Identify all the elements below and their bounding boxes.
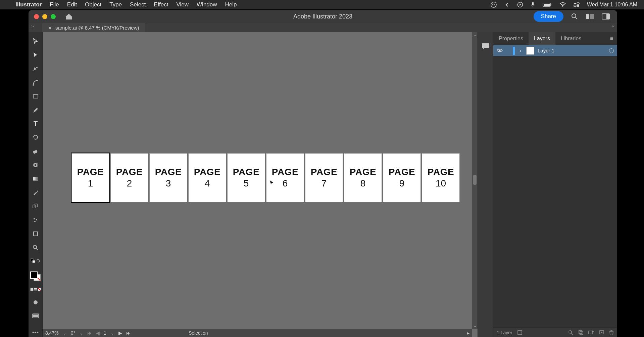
scroll-thumb[interactable] [473,175,477,185]
menu-help[interactable]: Help [225,1,237,8]
comments-panel-icon[interactable] [481,42,490,50]
expand-toolbar-chevron-icon[interactable]: ›› [31,24,34,29]
layer-disclosure-icon[interactable]: › [518,48,523,53]
menu-view[interactable]: View [177,1,189,8]
curvature-tool[interactable] [31,78,40,87]
swap-fill-stroke-icon[interactable] [36,258,41,264]
layer-target-icon[interactable] [609,48,614,53]
color-mode-none[interactable] [38,288,41,291]
zoom-level[interactable]: 8.47% [45,330,59,336]
layer-visibility-icon[interactable] [497,48,503,53]
fill-swatch[interactable] [30,271,38,279]
color-mode-solid[interactable] [30,288,34,291]
delete-layer-icon[interactable] [609,330,614,335]
blend-tool[interactable] [31,202,40,211]
fill-stroke-indicator[interactable] [30,271,41,282]
rotate-view-value[interactable]: 0° [71,330,75,336]
gradient-tool[interactable] [31,174,40,183]
tab-libraries[interactable]: Libraries [555,32,587,45]
artboard[interactable]: PAGE10 [422,153,460,202]
artboard[interactable]: PAGE3 [149,153,187,202]
shape-builder-tool[interactable] [31,161,40,169]
locate-object-icon[interactable] [517,330,523,335]
tab-properties[interactable]: Properties [493,32,529,45]
artboard[interactable]: PAGE4 [188,153,226,202]
menu-edit[interactable]: Edit [67,1,77,8]
artboard[interactable]: PAGE1 [71,153,109,202]
creative-cloud-status-icon[interactable] [490,1,497,8]
menu-window[interactable]: Window [197,1,217,8]
artboard-number: 10 [436,178,446,189]
artboard[interactable]: PAGE6 [266,153,304,202]
arrange-documents-icon[interactable] [586,13,594,20]
layer-row[interactable]: › Layer 1 [493,45,617,56]
new-layer-icon[interactable] [599,330,604,335]
back-nav-icon[interactable] [504,2,510,7]
share-button[interactable]: Share [534,11,563,22]
rotate-dropdown-chevron-icon[interactable]: ⌄ [79,330,83,336]
artboard-nav-dropdown-icon[interactable]: ⌄ [110,330,114,336]
type-tool[interactable] [31,120,40,128]
selection-tool[interactable] [31,37,40,46]
vertical-scrollbar[interactable]: ▴ ▾ [472,32,478,329]
close-window-button[interactable] [34,14,39,19]
pen-tool[interactable] [31,65,40,73]
app-menu[interactable]: Illustrator [15,1,42,8]
home-button[interactable] [64,12,73,20]
screen-mode-icon[interactable] [31,312,40,321]
close-tab-icon[interactable]: ✕ [48,25,52,31]
scroll-up-arrow-icon[interactable]: ▴ [472,32,478,38]
menu-object[interactable]: Object [85,1,101,8]
control-center-icon[interactable] [574,2,580,7]
artboard-nav-value[interactable]: 1 [104,330,106,336]
artboard[interactable]: PAGE2 [110,153,148,202]
draw-mode-normal-icon[interactable] [31,298,40,307]
layer-name[interactable]: Layer 1 [538,48,554,53]
direct-selection-tool[interactable] [31,51,40,59]
layer-search-icon[interactable] [568,330,574,335]
menu-type[interactable]: Type [109,1,122,8]
collapse-panels-chevron-icon[interactable]: ‹‹ [612,24,614,29]
rectangle-tool[interactable] [31,92,40,101]
workspace-switcher-icon[interactable] [602,13,610,20]
artboard-nav-prev-icon[interactable]: ◀ [96,330,100,336]
artboard-nav-next-icon[interactable]: ▶ [118,330,122,336]
edit-toolbar-icon[interactable]: ••• [31,328,40,337]
status-dropdown-icon[interactable]: ▸ [467,330,469,336]
canvas-area[interactable]: PAGE1PAGE2PAGE3PAGE4PAGE5PAGE6PAGE7PAGE8… [43,32,478,337]
artboard-nav-last-icon[interactable]: ⏭ [126,330,131,336]
minimize-window-button[interactable] [42,14,47,19]
eraser-tool[interactable] [31,147,40,156]
document-tab[interactable]: ✕ sample.ai @ 8.47 % (CMYK/Preview) [42,23,145,32]
play-status-icon[interactable] [517,2,523,8]
artboard[interactable]: PAGE7 [305,153,343,202]
zoom-tool[interactable] [31,243,40,252]
zoom-dropdown-chevron-icon[interactable]: ⌄ [63,330,67,336]
current-tool-label: Selection [189,330,208,336]
artboard-tool[interactable] [31,229,40,238]
symbol-sprayer-tool[interactable] [31,216,40,224]
new-sublayer-icon[interactable] [588,330,594,335]
artboard[interactable]: PAGE8 [344,153,382,202]
artboard[interactable]: PAGE5 [227,153,265,202]
make-clipping-mask-icon[interactable] [578,330,584,335]
menu-effect[interactable]: Effect [154,1,168,8]
mic-status-icon[interactable] [531,2,535,8]
battery-status-icon[interactable] [543,2,552,7]
menubar-clock[interactable]: Wed Mar 1 10:06 AM [587,2,637,8]
menu-file[interactable]: File [50,1,59,8]
tab-layers[interactable]: Layers [529,32,555,45]
wifi-status-icon[interactable] [559,2,566,7]
scroll-down-arrow-icon[interactable]: ▾ [472,324,478,329]
default-fill-stroke-icon[interactable] [31,258,35,264]
eyedropper-tool[interactable] [31,188,40,197]
panel-menu-icon[interactable]: ≡ [606,36,617,42]
artboard[interactable]: PAGE9 [383,153,421,202]
artboard-nav-first-icon[interactable]: ⏮ [87,330,92,336]
paintbrush-tool[interactable] [31,106,40,115]
rotate-tool[interactable] [31,133,40,142]
menu-select[interactable]: Select [130,1,146,8]
zoom-window-button[interactable] [51,14,56,19]
color-mode-gradient[interactable] [34,288,37,291]
search-icon[interactable] [571,13,578,20]
